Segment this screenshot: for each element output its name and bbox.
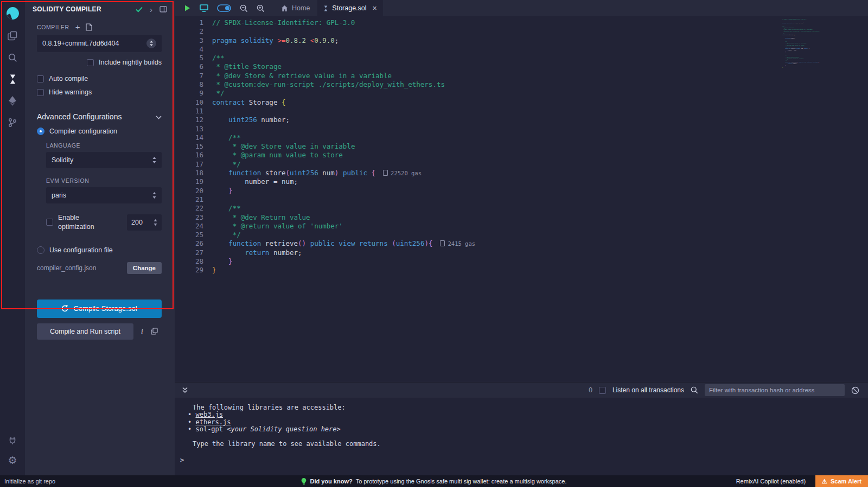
status-bar-right: RemixAI Copilot (enabled) ⚠ Scam Alert bbox=[736, 475, 868, 487]
listen-transactions-label: Listen on all transactions bbox=[612, 386, 684, 394]
solidity-compiler-panel: SOLIDITY COMPILER › COMPILER + 0.8.19+co… bbox=[25, 0, 175, 475]
transaction-filter-input[interactable] bbox=[705, 384, 845, 396]
solidity-file-icon bbox=[323, 5, 328, 12]
copilot-status[interactable]: RemixAI Copilot (enabled) bbox=[736, 478, 806, 485]
listen-transactions-checkbox[interactable] bbox=[599, 387, 606, 394]
transaction-count-badge: 0 bbox=[589, 386, 592, 394]
remix-ide: ⚙ SOLIDITY COMPILER › COMPILER + 0.8.19+… bbox=[0, 0, 868, 487]
compile-and-run-button[interactable]: Compile and Run script bbox=[37, 323, 133, 340]
terminal-line: sol-gpt <your Solidity question here> bbox=[188, 426, 868, 433]
run-script-icon[interactable] bbox=[183, 4, 191, 12]
optimization-runs-value: 200 bbox=[131, 219, 143, 226]
ethersjs-link[interactable]: ethers.js bbox=[195, 418, 231, 426]
remix-logo-icon[interactable] bbox=[0, 1, 25, 25]
spinner-carets-icon bbox=[154, 219, 157, 226]
compile-run-row: Compile and Run script i bbox=[37, 323, 162, 340]
compiler-section-label: COMPILER bbox=[37, 24, 69, 30]
advanced-configurations-toggle[interactable]: Advanced Configurations bbox=[37, 112, 162, 121]
clear-console-icon[interactable] bbox=[851, 386, 859, 394]
open-file-icon[interactable] bbox=[86, 23, 92, 31]
auto-compile-checkbox[interactable] bbox=[37, 75, 44, 82]
terminal-search-icon[interactable] bbox=[691, 386, 698, 394]
warning-icon: ⚠ bbox=[822, 478, 827, 485]
copy-icon[interactable] bbox=[151, 328, 158, 335]
zoom-out-icon[interactable] bbox=[240, 4, 248, 12]
publish-monitor-icon[interactable] bbox=[200, 4, 208, 12]
compiler-version-select[interactable]: 0.8.19+commit.7dd6d404 bbox=[37, 35, 162, 52]
expand-terminal-icon[interactable] bbox=[180, 387, 189, 393]
enable-optimization-label: Enable optimization bbox=[58, 213, 110, 232]
compiler-version-value: 0.8.19+commit.7dd6d404 bbox=[42, 40, 119, 47]
git-init-status[interactable]: Initialize as git repo bbox=[4, 478, 55, 485]
home-icon bbox=[281, 5, 288, 12]
scam-alert-label: Scam Alert bbox=[831, 478, 861, 485]
select-carets-icon bbox=[152, 192, 156, 199]
hide-warnings-checkbox[interactable] bbox=[37, 89, 44, 96]
panel-title: SOLIDITY COMPILER bbox=[33, 5, 129, 13]
editor-minimap[interactable]: // SPDX-License-Identifier: GPL-3.0 prag… bbox=[782, 18, 820, 89]
optimization-row: Enable optimization 200 bbox=[46, 213, 162, 232]
terminal-line: ethers.js bbox=[188, 419, 868, 426]
language-label: LANGUAGE bbox=[46, 142, 162, 149]
auto-compile-row: Auto compile bbox=[37, 75, 162, 82]
scam-alert-badge[interactable]: ⚠ Scam Alert bbox=[815, 475, 868, 487]
pin-panel-icon[interactable] bbox=[159, 6, 167, 12]
add-compiler-icon[interactable]: + bbox=[75, 23, 80, 31]
status-bar: Initialize as git repo Did you know? To … bbox=[0, 475, 868, 487]
terminal-toolbar: 0 Listen on all transactions bbox=[175, 382, 868, 398]
enable-optimization-checkbox[interactable] bbox=[46, 219, 53, 226]
terminal-prompt[interactable]: > bbox=[180, 457, 868, 464]
code-editor[interactable]: 1234567891011121314151617181920212223242… bbox=[175, 16, 868, 382]
terminal-line: web3.js bbox=[188, 411, 868, 418]
panel-content: COMPILER + 0.8.19+commit.7dd6d404 Includ… bbox=[25, 23, 175, 340]
compiler-configuration-radio[interactable] bbox=[37, 128, 44, 135]
evm-version-label: EVM VERSION bbox=[46, 177, 162, 184]
editor-code[interactable]: // SPDX-License-Identifier: GPL-3.0 prag… bbox=[212, 18, 776, 275]
close-tab-icon[interactable]: × bbox=[373, 4, 377, 12]
solidity-compiler-icon[interactable] bbox=[0, 68, 25, 90]
terminal-line: Type the library name to see available c… bbox=[193, 441, 868, 448]
compiler-configuration-block: LANGUAGE Solidity EVM VERSION paris Enab… bbox=[46, 142, 162, 232]
optimization-runs-input[interactable]: 200 bbox=[127, 214, 162, 231]
solgpt-command: sol-gpt bbox=[195, 425, 227, 433]
search-icon[interactable] bbox=[0, 47, 25, 68]
include-nightly-checkbox[interactable] bbox=[87, 59, 94, 66]
git-icon[interactable] bbox=[0, 112, 25, 133]
settings-gear-icon[interactable]: ⚙ bbox=[0, 450, 25, 470]
toggle-switch-icon[interactable] bbox=[217, 4, 231, 12]
file-explorer-icon[interactable] bbox=[0, 25, 25, 47]
page-bottom-margin bbox=[0, 487, 868, 497]
web3js-link[interactable]: web3.js bbox=[195, 411, 223, 418]
change-config-button[interactable]: Change bbox=[127, 262, 162, 274]
compile-button[interactable]: Compile Storage.sol bbox=[37, 300, 162, 318]
info-icon[interactable]: i bbox=[141, 327, 143, 336]
use-configuration-file-radio[interactable] bbox=[37, 246, 44, 254]
select-carets-icon bbox=[152, 157, 156, 163]
tab-home[interactable]: Home bbox=[273, 0, 317, 16]
editor-minimap-content: // SPDX-License-Identifier: GPL-3.0 prag… bbox=[782, 18, 820, 68]
lightbulb-icon bbox=[301, 478, 307, 485]
auto-compile-label: Auto compile bbox=[49, 75, 88, 82]
use-configuration-file-label: Use configuration file bbox=[49, 246, 113, 254]
include-nightly-label: Include nightly builds bbox=[99, 59, 162, 66]
plugin-manager-icon[interactable] bbox=[0, 431, 25, 450]
editor-gutter: 1234567891011121314151617181920212223242… bbox=[175, 18, 203, 275]
chevron-down-icon bbox=[156, 112, 162, 121]
terminal-toolbar-right: 0 Listen on all transactions bbox=[589, 384, 863, 396]
evm-version-select[interactable]: paris bbox=[46, 187, 162, 203]
hide-warnings-row: Hide warnings bbox=[37, 88, 162, 96]
panel-header: SOLIDITY COMPILER › bbox=[25, 0, 175, 18]
chevron-right-icon[interactable]: › bbox=[150, 5, 152, 14]
config-file-name: compiler_config.json bbox=[37, 264, 96, 272]
did-you-know-text: To prototype using the Gnosis safe multi… bbox=[356, 478, 567, 485]
version-stepper-icon[interactable] bbox=[146, 39, 156, 48]
editor-topbar: Home Storage.sol × bbox=[175, 0, 868, 16]
evm-version-value: paris bbox=[52, 192, 66, 199]
language-select[interactable]: Solidity bbox=[46, 152, 162, 168]
deploy-run-icon[interactable] bbox=[0, 90, 25, 112]
icon-sidebar: ⚙ bbox=[0, 0, 25, 475]
tab-storage-sol[interactable]: Storage.sol × bbox=[317, 0, 382, 16]
zoom-in-icon[interactable] bbox=[257, 4, 265, 12]
hide-warnings-label: Hide warnings bbox=[49, 88, 92, 96]
terminal-output[interactable]: The following libraries are accessible: … bbox=[175, 398, 868, 475]
